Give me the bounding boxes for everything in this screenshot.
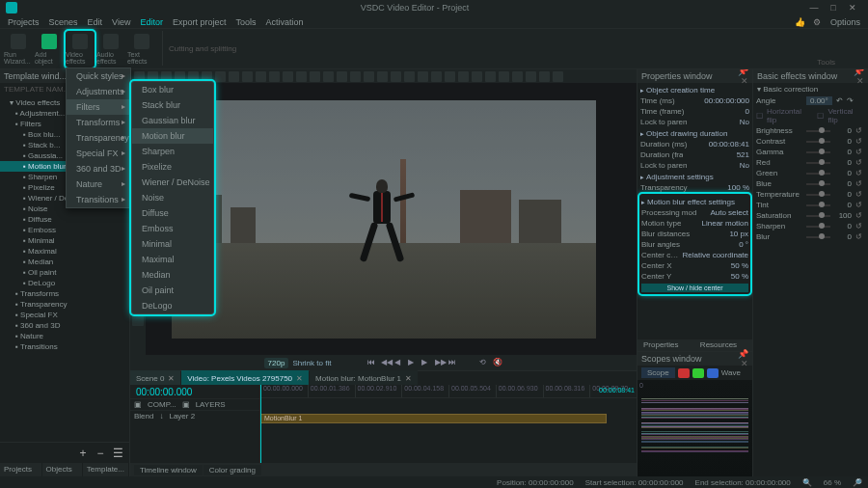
slider-brightness[interactable]: Brightness0↺ [753,125,868,136]
status-zoom-out[interactable]: 🔍 [802,478,812,487]
prop-transparency[interactable]: Transparency100 % [640,182,749,193]
prop-lock-to-paren[interactable]: Lock to parenNo [640,160,749,171]
mb-blur-angles[interactable]: Blur angles0 ° [641,239,748,250]
slider-green[interactable]: Green0↺ [753,168,868,178]
toolbar-btn-13[interactable] [310,71,320,82]
filter-item-box-blur[interactable]: Box blur [132,82,213,97]
scope-select[interactable]: Scope [641,367,675,378]
tree-minimal[interactable]: ▪ Minimal [0,235,129,246]
maximize-button[interactable]: □ [824,3,843,13]
tab-template[interactable]: Template... [83,463,129,476]
menu-item-transitions[interactable]: Transitions [67,192,130,207]
filter-item-median[interactable]: Median [132,267,213,283]
menu-item-transparency[interactable]: Transparency [67,130,130,146]
layer-name[interactable]: Layer 2 [169,412,195,420]
filter-item-diffuse[interactable]: Diffuse [132,205,213,221]
tab-video[interactable]: Video: Pexels Videos 2795750✕ [181,370,309,385]
slider-tint[interactable]: Tint0↺ [753,200,868,210]
tree-transparency[interactable]: ▪ Transparency [0,299,129,310]
filter-item-oil-paint[interactable]: Oil paint [132,283,213,298]
prop-time-frame-[interactable]: Time (frame)0 [640,106,749,117]
tree-menu-button[interactable]: ☰ [111,447,124,460]
menu-item-nature[interactable]: Nature [67,176,130,192]
filter-item-delogo[interactable]: DeLogo [132,298,213,313]
prop-time-ms-[interactable]: Time (ms)00:00:00:000 [640,95,749,106]
hflip-checkbox[interactable]: Horizontal flip [767,107,813,124]
tree-nature[interactable]: ▪ Nature [0,331,129,341]
toolbar-btn-15[interactable] [337,71,347,82]
toolbar-btn-10[interactable] [269,71,280,82]
resolution-badge[interactable]: 720p [264,358,289,368]
menu-item-transforms[interactable]: Transforms [67,115,130,130]
video-effects-button[interactable]: Video effects [66,31,95,68]
add-object-button[interactable]: Add object [35,31,64,68]
toolbar-btn-30[interactable] [539,71,550,82]
filter-item-maximal[interactable]: Maximal [132,252,213,267]
menu-activation[interactable]: Activation [265,17,303,27]
tree-delogo[interactable]: ▪ DeLogo [0,278,129,288]
tree-maximal[interactable]: ▪ Maximal [0,246,129,257]
minimize-button[interactable]: — [804,3,824,13]
play-icon[interactable]: ▶ [408,358,418,367]
toolbar-btn-18[interactable] [377,71,388,82]
menu-edit[interactable]: Edit [88,17,103,27]
tab-timeline-window[interactable]: Timeline window [134,465,203,475]
toolbar-btn-6[interactable] [215,71,226,82]
next-frame-icon[interactable]: ▶▶ [435,358,445,367]
timeline-ruler[interactable]: 00.00.00.00000.00.01.38600.00.02.91000.0… [260,385,637,398]
loop-icon[interactable]: ⟲ [479,358,489,367]
menu-editor[interactable]: Editor [140,17,163,27]
prop-lock-to-paren[interactable]: Lock to parenNo [640,117,749,127]
skip-end-icon[interactable]: ⏭ [448,358,458,367]
options-gear-icon[interactable]: ⚙ [813,17,823,27]
toolbar-btn-11[interactable] [283,71,293,82]
mute-icon[interactable]: 🔇 [493,358,502,367]
toolbar-btn-23[interactable] [445,71,455,82]
scope-r-icon[interactable] [678,368,690,378]
fit-mode[interactable]: Shrink to fit [292,359,331,367]
filter-item-gaussian-blur[interactable]: Gaussian blur [132,113,213,128]
close-button[interactable]: ✕ [843,3,862,13]
filter-item-emboss[interactable]: Emboss [132,221,213,236]
scope-wave-label[interactable]: Wave [721,368,741,377]
audio-effects-button[interactable]: Audio effects [96,31,125,68]
toolbar-btn-28[interactable] [512,71,523,82]
menu-item-filters[interactable]: Filters [67,99,130,115]
playhead[interactable] [260,385,261,463]
status-zoom[interactable]: 66 % [824,478,841,487]
toolbar-btn-8[interactable] [242,71,253,82]
toolbar-btn-0[interactable] [134,71,145,82]
status-zoom-in[interactable]: 🔎 [853,478,862,487]
toolbar-btn-2[interactable] [161,71,172,82]
tree-360-and-3d[interactable]: ▪ 360 and 3D [0,320,129,331]
filter-item-minimal[interactable]: Minimal [132,236,213,252]
menu-item-special-fx[interactable]: Special FX [67,146,130,161]
filter-item-wiener-denoise[interactable]: Wiener / DeNoise [132,175,213,190]
tree-oil-paint[interactable]: ▪ Oil paint [0,267,129,278]
toolbar-btn-27[interactable] [499,71,509,82]
scope-g-icon[interactable] [692,368,704,378]
tree-special-fx[interactable]: ▪ Special FX [0,310,129,320]
tab-properties[interactable]: Properties window [637,339,694,351]
toolbar-btn-31[interactable] [553,71,563,82]
menu-export[interactable]: Export project [173,17,227,27]
sidebar-btn-17[interactable] [132,314,144,326]
toolbar-btn-22[interactable] [431,71,442,82]
tree-remove-button[interactable]: − [94,447,107,460]
tree-diffuse[interactable]: ▪ Diffuse [0,214,129,225]
menu-projects[interactable]: Projects [8,17,40,27]
toolbar-btn-14[interactable] [323,71,334,82]
toolbar-btn-29[interactable] [526,71,536,82]
toolbar-btn-9[interactable] [256,71,266,82]
menu-tools[interactable]: Tools [235,17,256,27]
text-effects-button[interactable]: Text effects [127,31,156,68]
menu-view[interactable]: View [112,17,130,27]
toolbar-btn-5[interactable] [202,71,212,82]
filter-item-stack-blur[interactable]: Stack blur [132,97,213,113]
toolbar-btn-20[interactable] [404,71,415,82]
mb-processing-mod[interactable]: Processing modAuto select [641,207,748,218]
rotate-left-icon[interactable]: ↶ [836,96,843,105]
filter-item-noise[interactable]: Noise [132,190,213,205]
tree-transitions[interactable]: ▪ Transitions [0,341,129,352]
tab-color-grading[interactable]: Color grading [203,465,261,475]
